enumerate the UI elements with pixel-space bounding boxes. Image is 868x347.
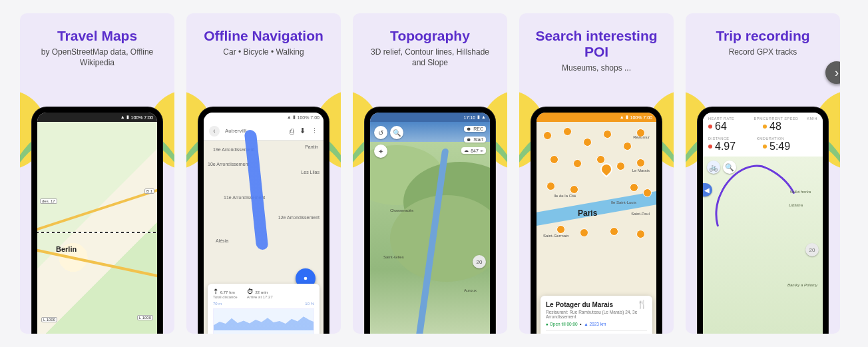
card-tagline: Museums, shops ... — [551, 63, 642, 73]
screenshot-card-poi[interactable]: Search interesting POI Museums, shops ..… — [519, 13, 674, 334]
trip-stats-panel: HEART RATEBPM 64 CURRENT SPEEDKM/H 48 DI… — [703, 113, 823, 157]
road-badge: des. 17 — [40, 198, 57, 204]
road-badge: B 1 — [144, 188, 154, 194]
distance-metric: ⇡ 6.77 km Total distance — [213, 288, 238, 299]
stat-speed: CURRENT SPEEDKM/H 48 — [763, 117, 817, 133]
map-view[interactable]: ‹ Aubervilli ⎙ ⬇ ⋮ 19e Arrondissement Pa… — [204, 122, 324, 334]
route-summary-card: ⇡ 6.77 km Total distance ⏱ 22 min Arrive… — [208, 284, 320, 334]
poi-open-status: ● Open till 00:00 — [546, 322, 578, 326]
status-bar: 17:10 ▮ ▲ — [370, 113, 490, 122]
drawer-handle[interactable]: ◀ — [703, 183, 712, 196]
road-badge: L 1000 — [137, 315, 153, 320]
route-polyline — [244, 130, 269, 250]
status-bar: ▲ ▮ 100% 7:00 — [37, 113, 157, 122]
card-title: Trip recording — [709, 28, 816, 44]
poi-distance: ▲ 2023 km — [584, 322, 606, 326]
elevation-chart — [213, 308, 314, 334]
print-icon[interactable]: ⎙ — [290, 127, 294, 135]
elev-min: 70 m — [213, 302, 222, 306]
area-label: 12e Arrondissement — [278, 215, 320, 220]
area-label: Alésia — [216, 238, 228, 243]
phone-mockup: ▲ ▮ 100% 7:00 Berlin des. 17 B 1 L 1000 … — [32, 107, 162, 334]
status-bar: ▲ ▮ 100% 7:00 — [204, 113, 324, 122]
status-bar: ▲ ▮ 100% 7:00 — [537, 113, 656, 122]
search-button[interactable]: 🔍 — [390, 126, 403, 139]
back-button[interactable]: ‹ — [209, 126, 220, 137]
area-label: Pantin — [305, 145, 318, 149]
screenshot-card-travel-maps[interactable]: Travel Maps by OpenStreetMap data, Offli… — [20, 13, 174, 334]
heart-icon — [708, 125, 712, 129]
speed-icon — [763, 125, 767, 129]
phone-mockup: ▲ ▮ 100% 7:00 ‹ Aubervilli ⎙ ⬇ ⋮ 19e Arr… — [198, 107, 329, 334]
city-label: Paris — [578, 208, 597, 218]
card-tagline: 3D relief, Contour lines, Hillshade and … — [353, 47, 507, 68]
poi-name: Le Potager du Marais — [546, 301, 647, 308]
road-badge: L 1000 — [41, 317, 57, 322]
card-title: Offline Navigation — [197, 28, 330, 44]
card-tagline: by OpenStreetMap data, Offline Wikipedia — [20, 47, 174, 68]
stat-heart-rate: HEART RATEBPM 64 — [708, 117, 763, 133]
elev-pct: 10 % — [305, 302, 314, 306]
poi-address: Restaurant: Rue Rambuteau (Le Marais) 24… — [546, 310, 647, 319]
card-tagline: Record GPX tracks — [718, 47, 808, 57]
chevron-right-icon: › — [835, 66, 839, 80]
duration-icon — [763, 145, 767, 149]
next-screenshot-button[interactable]: › — [825, 61, 840, 84]
share-icon[interactable]: ⋮ — [311, 127, 318, 135]
screenshot-card-topography[interactable]: Topography 3D relief, Contour lines, Hil… — [353, 13, 507, 334]
zoom-level: 20 — [473, 255, 486, 268]
time-metric: ⏱ 22 min Arrive at 17:27 — [247, 288, 273, 299]
bike-mode-button[interactable]: 🚲 — [707, 161, 720, 174]
map-view[interactable]: Berlin des. 17 B 1 L 1000 L 1000 ≡ ◈ — [37, 122, 157, 334]
screenshot-card-trip-recording[interactable]: Trip recording Record GPX tracks HEART R… — [686, 13, 840, 334]
phone-mockup: 17:10 ▮ ▲ ↺ 🔍 ✦ ⏺ REC ⏺ Start ☁ 847 m 20… — [365, 107, 495, 334]
stat-duration: DURATION 5:49 — [763, 137, 817, 153]
svg-point-0 — [304, 277, 308, 280]
card-tagline: Car • Bicycle • Walking — [212, 47, 314, 57]
crosshair-icon — [301, 274, 310, 283]
layers-button[interactable]: ✦ — [374, 145, 387, 158]
screenshot-card-offline-nav[interactable]: Offline Navigation Car • Bicycle • Walki… — [186, 13, 341, 334]
phone-mockup: ▲ ▮ 100% 7:00 Paris Ile de la Cité Le Ma… — [531, 107, 662, 334]
stat-distance: DISTANCEKM 4.97 — [708, 137, 763, 153]
distance-icon — [708, 145, 712, 149]
poi-card: 🍴 Le Potager du Marais Restaurant: Rue R… — [541, 296, 652, 334]
terrain-view[interactable]: ↺ 🔍 ✦ ⏺ REC ⏺ Start ☁ 847 m 20 ⛶ Saint-G… — [370, 122, 490, 334]
start-chip[interactable]: ⏺ Start — [464, 137, 486, 143]
area-label: 10e Arrondissement — [208, 162, 249, 167]
card-title: Search interesting POI — [519, 28, 674, 60]
rec-chip[interactable]: ⏺ REC — [464, 126, 486, 132]
map-view[interactable]: 🚲 🔍 ◀ Velká horka Libština Baníky a Polo… — [703, 157, 823, 334]
card-title: Travel Maps — [51, 28, 144, 44]
nav-top-bar: ‹ Aubervilli ⎙ ⬇ ⋮ — [204, 122, 324, 141]
area-label: Les Lilas — [301, 170, 320, 174]
phone-mockup: HEART RATEBPM 64 CURRENT SPEEDKM/H 48 DI… — [698, 107, 828, 334]
card-title: Topography — [383, 28, 477, 44]
restaurant-icon: 🍴 — [637, 300, 647, 309]
compass-button[interactable]: ↺ — [374, 126, 387, 139]
elevation-chip: ☁ 847 m — [461, 147, 486, 154]
zoom-level: 20 — [805, 243, 819, 256]
download-icon[interactable]: ⬇ — [300, 127, 306, 135]
search-button[interactable]: 🔍 — [723, 161, 736, 174]
map-view[interactable]: Paris Ile de la Cité Le Marais Saint-Pau… — [537, 122, 656, 334]
city-label: Berlin — [56, 245, 77, 253]
